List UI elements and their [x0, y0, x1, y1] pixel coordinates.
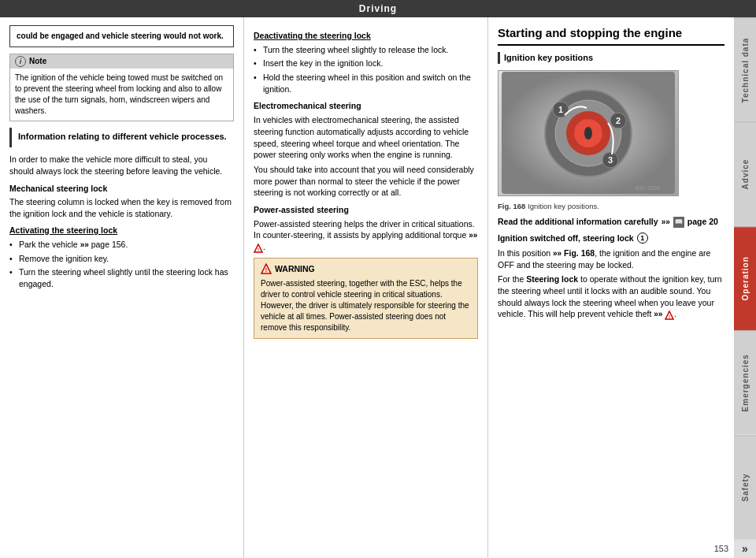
power-assisted-heading: Power-assisted steering: [254, 204, 478, 216]
electromechanical-heading: Electromechanical steering: [254, 100, 478, 112]
bullet-icon: •: [254, 44, 260, 56]
page-number: 153: [714, 544, 728, 553]
info-section-title: Information relating to different vehicl…: [18, 131, 228, 143]
double-arrow-icon: »»: [662, 217, 670, 228]
svg-text:B5F-0394: B5F-0394: [636, 185, 660, 191]
bullet-text: Turn the steering wheel slightly until t…: [19, 266, 234, 289]
mechanical-heading: Mechanical steering lock: [9, 183, 234, 195]
power-assisted-text: Power-assisted steering helps the driver…: [254, 218, 478, 253]
bullet-text: Remove the ignition key.: [19, 253, 109, 265]
right-column: Starting and stopping the engine Ignitio…: [488, 17, 734, 558]
bullet-text: Insert the key in the ignition lock.: [263, 58, 383, 69]
bullet-text: Park the vehicle »» page 156.: [19, 239, 128, 251]
right-sidebar: Technical data Advice Operation Emergenc…: [734, 17, 756, 558]
read-additional: Read the additional information carefull…: [498, 216, 724, 228]
electromechanical-text: In vehicles with electromechanical steer…: [254, 114, 478, 161]
svg-text:2: 2: [616, 116, 621, 125]
svg-text:!: !: [258, 247, 259, 251]
header-bar: Driving: [0, 0, 756, 17]
list-item: • Hold the steering wheel in this positi…: [254, 72, 478, 95]
bullet-icon: •: [9, 239, 16, 251]
svg-point-9: [584, 127, 592, 140]
bullet-text: Hold the steering wheel in this position…: [263, 72, 478, 95]
ignition-switched-off-text: Ignition switched off, steering lock: [498, 232, 634, 244]
activating-heading: Activating the steering lock: [9, 225, 234, 236]
warning-text: Power-assisted steering, together with t…: [261, 279, 469, 332]
warning-orange-header: ! WARNING: [261, 263, 471, 275]
section-title: Ignition key positions: [498, 52, 724, 64]
fig-caption: Fig. 168 Ignition key positions.: [498, 201, 724, 211]
fig-label: Fig. 168: [498, 202, 525, 210]
middle-column: Deactivating the steering lock • Turn th…: [244, 17, 488, 558]
note-box-body: The ignition of the vehicle being towed …: [10, 69, 233, 121]
note-box: i Note The ignition of the vehicle being…: [9, 54, 234, 121]
warning-label: WARNING: [275, 263, 315, 275]
mechanical-text: The steering column is locked when the k…: [9, 196, 234, 219]
header-title: Driving: [359, 3, 397, 14]
list-item: • Turn the steering wheel slightly to re…: [254, 44, 478, 56]
note-label: Note: [29, 56, 46, 67]
warning-orange-box: ! WARNING Power-assisted steering, toget…: [254, 258, 478, 339]
deactivating-heading: Deactivating the steering lock: [254, 30, 478, 42]
intro-text: In order to make the vehicle more diffic…: [9, 154, 234, 177]
svg-text:1: 1: [558, 105, 563, 114]
warning-triangle-inline-icon: !: [254, 244, 263, 253]
note-box-header: i Note: [10, 54, 233, 69]
ignition-text-1: In this position »» Fig. 168, the igniti…: [498, 247, 724, 271]
svg-text:!: !: [265, 267, 267, 273]
sidebar-tab-advice[interactable]: Advice: [734, 121, 756, 225]
note-text: The ignition of the vehicle being towed …: [15, 73, 223, 115]
sidebar-tab-technical-data[interactable]: Technical data: [734, 17, 756, 121]
double-arrow-bottom: »: [734, 539, 756, 558]
bullet-icon: •: [254, 58, 260, 69]
read-additional-text: Read the additional information carefull…: [498, 216, 658, 228]
sidebar-tab-emergencies[interactable]: Emergencies: [734, 330, 756, 434]
list-item: • Turn the steering wheel slightly until…: [9, 266, 234, 289]
info-section-box: Information relating to different vehicl…: [9, 128, 234, 147]
power-steering-note: You should take into account that you wi…: [254, 164, 478, 199]
svg-text:!: !: [669, 314, 670, 318]
ignition-title: Ignition switched off, steering lock 1: [498, 232, 724, 244]
svg-text:3: 3: [608, 155, 613, 165]
read-additional-link: page 20: [687, 216, 718, 228]
fig-caption-text: Ignition key positions.: [528, 202, 599, 210]
bullet-icon: •: [254, 72, 260, 95]
sidebar-tab-operation[interactable]: Operation: [734, 226, 756, 330]
position-number: 1: [637, 232, 648, 244]
info-icon: i: [15, 56, 26, 67]
bullet-icon: •: [9, 266, 16, 289]
warning-triangle-small-icon: !: [665, 311, 674, 320]
ignition-off-section: Ignition switched off, steering lock 1 I…: [498, 232, 724, 320]
warning-box-top: could be engaged and vehicle steering wo…: [9, 25, 234, 47]
warning-box-text: could be engaged and vehicle steering wo…: [17, 32, 224, 40]
book-icon: 📖: [673, 217, 684, 228]
sidebar-tab-safety[interactable]: Safety: [734, 435, 756, 539]
bullet-icon: •: [9, 253, 16, 265]
main-title: Starting and stopping the engine: [498, 25, 724, 46]
list-item: • Park the vehicle »» page 156.: [9, 239, 234, 251]
list-item: • Insert the key in the ignition lock.: [254, 58, 478, 69]
fig-image: 1 2 3 B5F-0394: [498, 70, 679, 196]
bullet-text: Turn the steering wheel slightly to rele…: [263, 44, 448, 56]
ignition-diagram-svg: 1 2 3 B5F-0394: [502, 72, 675, 194]
warning-triangle-icon: !: [261, 263, 272, 274]
list-item: • Remove the ignition key.: [9, 253, 234, 265]
ignition-text-2: For the Steering lock to operate without…: [498, 273, 724, 320]
left-column: could be engaged and vehicle steering wo…: [0, 17, 244, 558]
